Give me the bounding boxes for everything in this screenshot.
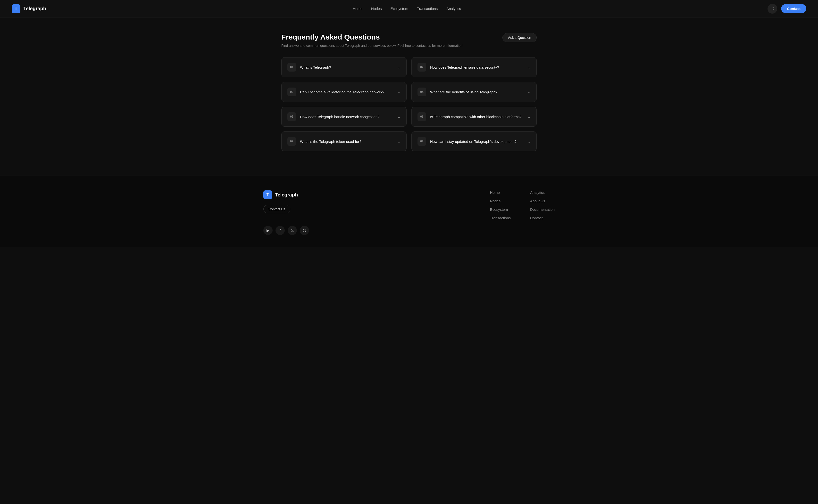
faq-item[interactable]: 06 Is Telegraph compatible with other bl… bbox=[411, 107, 537, 127]
faq-number: 08 bbox=[417, 137, 426, 146]
github-icon[interactable]: ⬡ bbox=[300, 226, 309, 235]
twitter-icon[interactable]: 𝕏 bbox=[288, 226, 297, 235]
footer-nav-link[interactable]: Documentation bbox=[530, 207, 555, 211]
chevron-down-icon: ⌄ bbox=[397, 139, 401, 144]
faq-item[interactable]: 07 What is the Telegraph token used for?… bbox=[281, 131, 407, 151]
faq-item-left: 08 How can I stay updated on Telegraph's… bbox=[417, 137, 516, 146]
footer-nav: HomeNodesEcosystemTransactionsAnalyticsA… bbox=[490, 190, 555, 224]
chevron-down-icon: ⌄ bbox=[397, 90, 401, 94]
faq-subtitle: Find answers to common questions about T… bbox=[281, 44, 463, 48]
theme-toggle-button[interactable]: ☽ bbox=[768, 4, 777, 14]
faq-question: Is Telegraph compatible with other block… bbox=[430, 115, 522, 119]
footer-nav-col-1: HomeNodesEcosystemTransactions bbox=[490, 190, 511, 224]
faq-question: How does Telegraph ensure data security? bbox=[430, 65, 499, 69]
faq-item[interactable]: 02 How does Telegraph ensure data securi… bbox=[411, 57, 537, 77]
nav-link-analytics[interactable]: Analytics bbox=[446, 7, 461, 11]
faq-item-left: 03 Can I become a validator on the Teleg… bbox=[287, 88, 384, 96]
faq-question: What is Telegraph? bbox=[300, 65, 331, 69]
faq-item[interactable]: 01 What is Telegraph? ⌄ bbox=[281, 57, 407, 77]
faq-number: 05 bbox=[287, 112, 296, 121]
faq-item[interactable]: 05 How does Telegraph handle network con… bbox=[281, 107, 407, 127]
faq-item-left: 02 How does Telegraph ensure data securi… bbox=[417, 63, 499, 72]
main-content: Frequently Asked Questions Find answers … bbox=[276, 17, 542, 176]
nav-contact-button[interactable]: Contact bbox=[781, 4, 806, 13]
footer-nav-link[interactable]: Analytics bbox=[530, 190, 555, 195]
chevron-down-icon: ⌄ bbox=[527, 114, 531, 119]
footer-nav-link[interactable]: Home bbox=[490, 190, 511, 195]
faq-grid: 01 What is Telegraph? ⌄ 02 How does Tele… bbox=[281, 57, 537, 151]
footer-nav-link[interactable]: Transactions bbox=[490, 216, 511, 220]
faq-number: 02 bbox=[417, 63, 426, 72]
nav-link-nodes[interactable]: Nodes bbox=[371, 7, 382, 11]
footer-nav-link[interactable]: Nodes bbox=[490, 199, 511, 203]
faq-item[interactable]: 03 Can I become a validator on the Teleg… bbox=[281, 82, 407, 102]
footer-nav-col-2: AnalyticsAbout UsDocumentationContact bbox=[530, 190, 555, 224]
nav-link-transactions[interactable]: Transactions bbox=[417, 7, 438, 11]
faq-header: Frequently Asked Questions Find answers … bbox=[281, 33, 537, 48]
faq-number: 07 bbox=[287, 137, 296, 146]
nav-link-ecosystem[interactable]: Ecosystem bbox=[390, 7, 408, 11]
faq-item-left: 05 How does Telegraph handle network con… bbox=[287, 112, 379, 121]
faq-question: How can I stay updated on Telegraph's de… bbox=[430, 139, 516, 144]
footer-brand-name: Telegraph bbox=[275, 192, 298, 198]
faq-question: What are the benefits of using Telegraph… bbox=[430, 90, 497, 94]
footer-nav-link[interactable]: Contact bbox=[530, 216, 555, 220]
faq-item-left: 06 Is Telegraph compatible with other bl… bbox=[417, 112, 522, 121]
faq-item-left: 04 What are the benefits of using Telegr… bbox=[417, 88, 497, 96]
footer: T Telegraph Contact Us ▶f𝕏⬡ HomeNodesEco… bbox=[0, 176, 818, 247]
faq-title-block: Frequently Asked Questions Find answers … bbox=[281, 33, 463, 48]
navbar: T Telegraph HomeNodesEcosystemTransactio… bbox=[0, 0, 818, 17]
faq-number: 06 bbox=[417, 112, 426, 121]
chevron-down-icon: ⌄ bbox=[527, 90, 531, 94]
faq-question: What is the Telegraph token used for? bbox=[300, 139, 361, 144]
navbar-brand: T Telegraph bbox=[12, 4, 46, 13]
footer-logo-icon: T bbox=[263, 190, 272, 199]
footer-brand: T Telegraph bbox=[263, 190, 309, 199]
chevron-down-icon: ⌄ bbox=[397, 65, 401, 70]
faq-number: 01 bbox=[287, 63, 296, 72]
footer-nav-link[interactable]: About Us bbox=[530, 199, 555, 203]
nav-link-home[interactable]: Home bbox=[353, 7, 362, 11]
brand-name: Telegraph bbox=[23, 6, 46, 11]
faq-question: Can I become a validator on the Telegrap… bbox=[300, 90, 384, 94]
faq-item[interactable]: 08 How can I stay updated on Telegraph's… bbox=[411, 131, 537, 151]
faq-item-left: 07 What is the Telegraph token used for? bbox=[287, 137, 361, 146]
footer-social: ▶f𝕏⬡ bbox=[263, 226, 309, 235]
logo-icon: T bbox=[12, 4, 20, 13]
faq-item[interactable]: 04 What are the benefits of using Telegr… bbox=[411, 82, 537, 102]
footer-inner: T Telegraph Contact Us ▶f𝕏⬡ HomeNodesEco… bbox=[263, 190, 555, 235]
navbar-actions: ☽ Contact bbox=[768, 4, 806, 14]
faq-question: How does Telegraph handle network conges… bbox=[300, 115, 379, 119]
ask-question-button[interactable]: Ask a Question bbox=[502, 33, 537, 42]
chevron-down-icon: ⌄ bbox=[397, 114, 401, 119]
faq-item-left: 01 What is Telegraph? bbox=[287, 63, 331, 72]
footer-left: T Telegraph Contact Us ▶f𝕏⬡ bbox=[263, 190, 309, 235]
navbar-links: HomeNodesEcosystemTransactionsAnalytics bbox=[353, 7, 461, 11]
youtube-icon[interactable]: ▶ bbox=[263, 226, 273, 235]
faq-number: 03 bbox=[287, 88, 296, 96]
facebook-icon[interactable]: f bbox=[276, 226, 285, 235]
chevron-down-icon: ⌄ bbox=[527, 139, 531, 144]
footer-contact-button[interactable]: Contact Us bbox=[263, 205, 290, 213]
faq-number: 04 bbox=[417, 88, 426, 96]
footer-nav-link[interactable]: Ecosystem bbox=[490, 207, 511, 211]
faq-title: Frequently Asked Questions bbox=[281, 33, 463, 41]
chevron-down-icon: ⌄ bbox=[527, 65, 531, 70]
